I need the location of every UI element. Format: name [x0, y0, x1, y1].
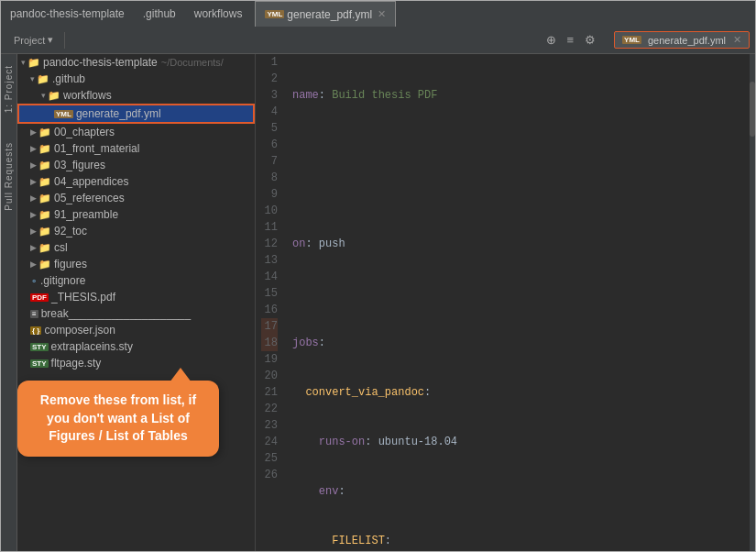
tab-close-icon[interactable]: ✕ [378, 8, 386, 20]
preamble-folder-icon: 📁 [38, 209, 51, 221]
root-chevron-icon: ▾ [21, 58, 26, 67]
toolbar-icon-group: ⊕ ≡ ⚙ [542, 31, 600, 49]
add-icon-button[interactable]: ⊕ [542, 31, 560, 49]
sidebar-item-thesis-pdf[interactable]: PDF _THESIS.pdf [17, 289, 255, 305]
tab-github[interactable]: .github [134, 1, 185, 27]
main-window: pandoc-thesis-template .github workflows… [0, 0, 756, 552]
sidebar-item-front-material[interactable]: ▶ 📁 01_front_material [17, 140, 255, 157]
code-line-2 [292, 137, 748, 153]
code-line-4: on: push [292, 236, 748, 252]
figures-label: figures [54, 258, 87, 270]
sidebar-item-workflows[interactable]: ▾ 📁 workflows [17, 87, 255, 104]
appendices-chevron-icon: ▶ [30, 177, 37, 186]
sidebar-item-github[interactable]: ▾ 📁 .github [17, 71, 255, 87]
preamble-label: 91_preamble [54, 208, 118, 221]
composer-label: composer.json [44, 324, 115, 337]
code-editor[interactable]: 1 2 3 4 5 6 7 8 9 10 11 12 13 14 15 16 1 [256, 54, 755, 551]
code-line-9: env: [292, 483, 748, 500]
sidebar-item-extraplaceins[interactable]: STY extraplaceins.sty [17, 338, 255, 355]
workflows-label: workflows [63, 89, 112, 102]
file-tree: ▾ 📁 pandoc-thesis-template ~/Documents/ … [17, 54, 256, 551]
sidebar-item-figures[interactable]: ▶ 📁 figures [17, 256, 255, 272]
project-chevron-icon: ▾ [48, 34, 53, 46]
extraplaceins-label: extraplaceins.sty [51, 340, 133, 353]
preamble-chevron-icon: ▶ [30, 210, 37, 219]
code-line-8: runs-on: ubuntu-18.04 [292, 434, 748, 450]
generate-pdf-yaml-icon: YML [54, 110, 73, 118]
gitignore-label: .gitignore [40, 274, 85, 287]
references-label: 05_references [54, 192, 125, 204]
code-line-10: FILELIST: [292, 533, 748, 549]
figures-folder-icon: 📁 [38, 259, 51, 270]
extraplaceins-icon: STY [30, 343, 49, 351]
thesis-pdf-label: _THESIS.pdf [51, 291, 115, 304]
workflows-folder-icon: 📁 [48, 90, 60, 102]
tab-pandoc-thesis-template[interactable]: pandoc-thesis-template [1, 1, 134, 27]
front-material-label: 01_front_material [54, 142, 139, 155]
root-path: ~/Documents/ [161, 57, 224, 68]
sidebar-item-preamble[interactable]: ▶ 📁 91_preamble [17, 206, 255, 223]
active-file-close-icon[interactable]: ✕ [733, 34, 741, 46]
sidebar-item-fltpage[interactable]: STY fltpage.sty [17, 355, 255, 371]
callout-area: Remove these from list, if you don't wan… [17, 381, 255, 457]
sidebar-item-references[interactable]: ▶ 📁 05_references [17, 190, 255, 206]
toc-chevron-icon: ▶ [30, 226, 37, 236]
chapters-label: 00_chapters [54, 126, 115, 138]
appendices-label: 04_appendices [54, 175, 128, 188]
title-bar: pandoc-thesis-template .github workflows… [1, 1, 755, 27]
sidebar-item-toc[interactable]: ▶ 📁 92_toc [17, 223, 255, 239]
active-file-tab: YML generate_pdf.yml ✕ [614, 31, 750, 49]
project-panel-label[interactable]: 1: Project [4, 65, 14, 113]
fltpage-icon: STY [30, 359, 49, 368]
figures-top-label: 03_figures [54, 159, 105, 171]
sidebar-item-gitignore[interactable]: ⚬ .gitignore [17, 272, 255, 289]
figures-top-folder-icon: 📁 [38, 160, 51, 171]
thesis-pdf-icon: PDF [30, 293, 49, 302]
code-lines: name: Build thesis PDF on: push jobs: co… [285, 54, 755, 551]
scroll-indicator[interactable] [750, 54, 755, 551]
pull-requests-panel-label[interactable]: Pull Requests [4, 142, 14, 211]
sidebar-item-composer[interactable]: { } composer.json [17, 322, 255, 338]
toc-label: 92_toc [54, 225, 87, 237]
figures-chevron-icon: ▶ [30, 259, 37, 269]
workflows-chevron-icon: ▾ [41, 91, 46, 100]
file-tree-root[interactable]: ▾ 📁 pandoc-thesis-template ~/Documents/ [17, 54, 255, 71]
gear-icon-button[interactable]: ⚙ [581, 31, 599, 49]
active-file-yaml-icon: YML [622, 36, 641, 44]
scroll-thumb[interactable] [750, 82, 755, 137]
csl-chevron-icon: ▶ [30, 243, 37, 252]
code-line-6: jobs: [292, 335, 748, 351]
github-folder-icon: 📁 [37, 73, 49, 85]
active-file-label: generate_pdf.yml [648, 35, 726, 46]
tab-workflows[interactable]: workflows [185, 1, 252, 27]
csl-label: csl [54, 241, 68, 254]
sidebar-item-csl[interactable]: ▶ 📁 csl [17, 239, 255, 256]
callout-text: Remove these from list, if you don't wan… [40, 392, 196, 443]
break-icon: ≡ [30, 310, 38, 318]
chapters-folder-icon: 📁 [38, 127, 51, 138]
tab-generate-pdf-label: generate_pdf.yml [287, 8, 372, 21]
sidebar-item-chapters[interactable]: ▶ 📁 00_chapters [17, 124, 255, 140]
sidebar-item-figures-top[interactable]: ▶ 📁 03_figures [17, 157, 255, 173]
csl-folder-icon: 📁 [38, 242, 51, 254]
main-area: 1: Project Pull Requests ▾ 📁 pandoc-thes… [1, 54, 755, 551]
yaml-icon: YML [265, 10, 284, 18]
sidebar-item-break: ≡ break____________________ [17, 305, 255, 322]
figures-top-chevron-icon: ▶ [30, 160, 37, 170]
settings-icon-button[interactable]: ≡ [564, 31, 578, 49]
tab-generate-pdf[interactable]: YML generate_pdf.yml ✕ [255, 1, 396, 27]
front-material-folder-icon: 📁 [38, 143, 51, 155]
line-numbers: 1 2 3 4 5 6 7 8 9 10 11 12 13 14 15 16 1 [256, 54, 285, 551]
sidebar-item-appendices[interactable]: ▶ 📁 04_appendices [17, 173, 255, 190]
sidebar-item-generate-pdf[interactable]: YML generate_pdf.yml [17, 104, 255, 124]
fltpage-label: fltpage.sty [51, 357, 102, 370]
chapters-chevron-icon: ▶ [30, 127, 37, 137]
github-label: .github [52, 72, 85, 85]
composer-icon: { } [30, 326, 41, 335]
break-label: break____________________ [41, 307, 192, 320]
front-material-chevron-icon: ▶ [30, 144, 37, 153]
toolbar-separator [64, 32, 65, 49]
code-line-7: convert_via_pandoc: [292, 384, 748, 401]
project-dropdown-button[interactable]: Project ▾ [6, 32, 60, 48]
callout-bubble: Remove these from list, if you don't wan… [17, 381, 219, 457]
